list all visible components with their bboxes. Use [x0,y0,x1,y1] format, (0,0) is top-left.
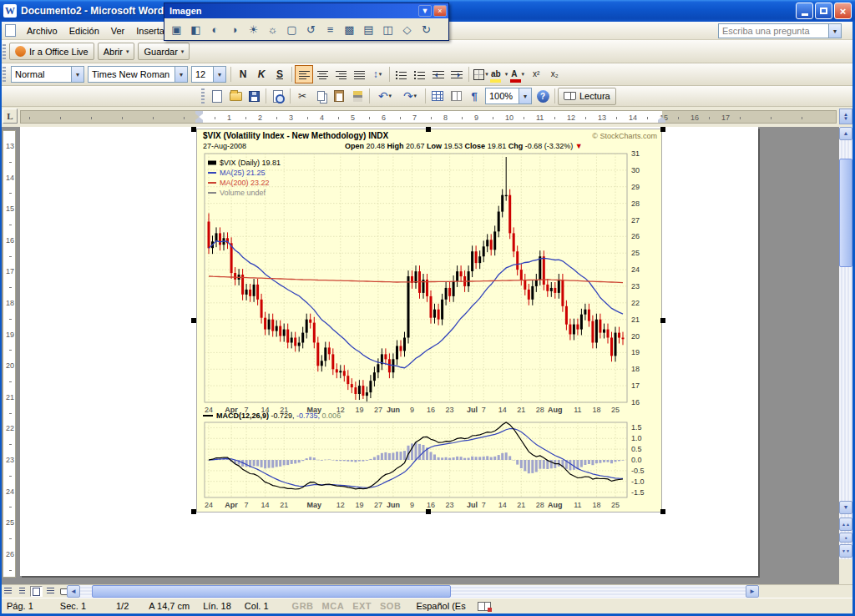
paste-button[interactable] [330,87,348,105]
numbering-button[interactable] [392,65,411,83]
vix-chart-image[interactable]: $VIX (Volatility Index - New Methodology… [196,129,662,512]
color-button[interactable]: ◧ [186,20,205,38]
set-transparent-color-button[interactable]: ◇ [397,20,417,38]
vertical-ruler[interactable]: 1314151617181920212223242526 [3,130,16,578]
align-right-button[interactable] [331,65,350,83]
select-browse-object-button[interactable]: ● [839,533,852,543]
help-button[interactable]: ? [534,87,552,105]
resize-handle-top-center[interactable] [426,127,431,132]
justify-button[interactable] [350,65,368,83]
cut-button[interactable]: ✂ [293,87,311,105]
format-painter-button[interactable] [348,87,367,105]
highlight-button[interactable]: ab ▾ [490,65,508,83]
chevron-down-icon[interactable]: ▾ [71,67,83,82]
imagen-floating-toolbar[interactable]: Imagen ▼ × ▣ ◧ ◐ ◑ ☀ ☼ ▢ ↺ ≡ ▩ ▤ ◫ ◇ ↻ [164,3,449,41]
line-style-button[interactable]: ≡ [321,20,340,38]
style-combo[interactable]: Normal ▾ [11,66,84,83]
more-brightness-button[interactable]: ☀ [244,20,263,38]
horizontal-scroll-thumb[interactable] [92,585,451,598]
scroll-left-button[interactable]: ◄ [67,585,80,598]
toolbar-grip[interactable] [201,88,205,104]
compress-pictures-button[interactable]: ▩ [340,20,359,38]
insert-picture-button[interactable]: ▣ [167,20,186,38]
chevron-down-icon[interactable]: ▾ [828,24,841,38]
print-preview-button[interactable] [269,87,287,105]
browse-next-button[interactable]: ▼▼ [839,544,852,558]
text-wrapping-button[interactable]: ▤ [359,20,378,38]
status-mode-ext[interactable]: EXT [352,601,372,611]
font-color-button[interactable]: A ▾ [508,65,527,83]
new-document-button[interactable] [208,87,226,105]
split-handle[interactable]: ▲▼ [839,109,852,124]
chevron-down-icon[interactable]: ▾ [175,67,187,82]
restore-button[interactable] [815,3,832,19]
imagen-close-button[interactable]: × [433,5,447,17]
copy-button[interactable] [311,87,330,105]
rotate-left-button[interactable]: ↺ [301,20,321,38]
document-page[interactable]: $VIX (Volatility Index - New Methodology… [20,127,758,576]
ask-question-box[interactable]: Escriba una pregunta ▾ [718,23,842,38]
resize-handle-bottom-right[interactable] [660,509,665,514]
guardar-button[interactable]: Guardar ▾ [138,43,190,60]
lectura-button[interactable]: Lectura [558,88,616,105]
less-contrast-button[interactable]: ◑ [225,20,244,38]
resize-handle-top-left[interactable] [191,127,196,132]
status-mode-mca[interactable]: MCA [322,601,345,611]
resize-handle-middle-left[interactable] [191,318,196,323]
vertical-scroll-thumb[interactable] [839,159,852,267]
align-left-button[interactable] [295,65,313,83]
open-button[interactable] [226,87,245,105]
increase-indent-button[interactable] [448,65,466,83]
undo-button[interactable]: ↶ ▾ [372,87,397,105]
chevron-down-icon[interactable]: ▾ [213,67,225,82]
more-contrast-button[interactable]: ◐ [205,20,225,38]
menu-edicion[interactable]: Edición [63,23,105,38]
browse-previous-button[interactable]: ▲▲ [839,518,852,531]
resize-handle-bottom-center[interactable] [426,509,431,514]
scroll-up-button[interactable]: ▲ [839,127,852,140]
redo-button[interactable]: ↷ ▾ [397,87,422,105]
tab-selector[interactable]: L [3,109,18,124]
columns-button[interactable] [447,87,465,105]
show-hide-button[interactable]: ¶ [465,87,483,105]
insert-table-button[interactable] [428,87,447,105]
normal-view-button[interactable] [2,586,14,597]
outline-view-button[interactable] [44,586,57,597]
resize-handle-top-right[interactable] [660,127,665,132]
toolbar-grip[interactable] [3,44,6,59]
underline-button[interactable]: S [271,65,289,83]
align-center-button[interactable] [313,65,331,83]
status-mode-grb[interactable]: GRB [292,601,314,611]
font-combo[interactable]: Times New Roman ▾ [88,66,188,83]
toolbar-grip[interactable] [3,67,6,82]
abrir-button[interactable]: Abrir ▾ [98,43,135,60]
save-button[interactable] [245,87,263,105]
horizontal-ruler[interactable]: 1234567891011121314151617 [20,110,837,124]
menu-archivo[interactable]: Archivo [21,23,63,38]
status-mode-sob[interactable]: SOB [380,601,401,611]
crop-button[interactable]: ▢ [282,20,301,38]
bold-button[interactable]: N [234,65,252,83]
minimize-button[interactable] [796,3,813,19]
menu-ver[interactable]: Ver [105,23,131,38]
print-layout-view-button[interactable] [30,586,43,597]
less-brightness-button[interactable]: ☼ [263,20,282,38]
vertical-scrollbar[interactable]: ▲ ▼ ▲▲ ● ▼▼ [839,127,852,584]
imagen-titlebar[interactable]: Imagen ▼ × [164,3,448,18]
resize-handle-middle-right[interactable] [660,318,665,323]
horizontal-scrollbar[interactable]: ◄ ► [67,585,759,598]
spelling-status-icon[interactable] [478,602,491,611]
scroll-down-button[interactable]: ▼ [839,501,852,514]
scroll-right-button[interactable]: ► [746,585,759,598]
web-layout-view-button[interactable] [16,586,28,597]
border-button[interactable]: ▾ [472,65,490,83]
zoom-combo[interactable]: 100% ▾ [485,88,532,104]
office-live-button[interactable]: Ir a Office Live [9,43,94,60]
toolbar-options-icon[interactable]: ▼ [418,5,432,17]
format-picture-button[interactable]: ◫ [378,20,397,38]
decrease-indent-button[interactable] [429,65,448,83]
bullets-button[interactable] [411,65,429,83]
resize-handle-bottom-left[interactable] [191,509,196,514]
reset-picture-button[interactable]: ↻ [417,20,436,38]
subscript-button[interactable]: x₂ [545,65,564,83]
